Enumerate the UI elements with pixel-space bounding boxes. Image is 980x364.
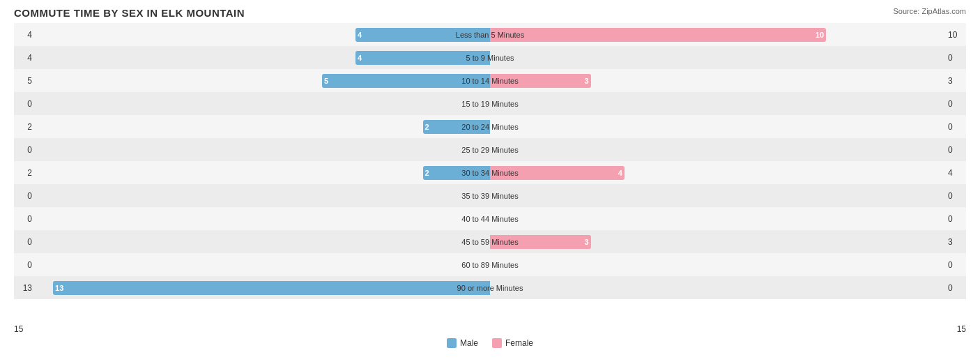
row-label: Less than 5 Minutes — [456, 31, 524, 39]
male-bar — [53, 281, 490, 295]
chart-area: 4Less than 5 Minutes4101045 to 9 Minutes… — [14, 23, 966, 323]
male-value: 2 — [14, 168, 35, 178]
male-badge: 2 — [423, 123, 429, 131]
male-value: 2 — [14, 122, 35, 132]
legend: Male Female — [14, 338, 966, 348]
legend-male-box — [447, 338, 457, 348]
bars-wrapper: 15 to 19 Minutes — [35, 92, 945, 115]
row-label: 5 to 9 Minutes — [466, 54, 514, 62]
chart-row: 060 to 89 Minutes0 — [14, 253, 966, 276]
chart-row: 230 to 34 Minutes244 — [14, 161, 966, 184]
bars-wrapper: 40 to 44 Minutes — [35, 207, 945, 230]
legend-male-label: Male — [460, 338, 478, 348]
male-value: 0 — [14, 145, 35, 155]
chart-row: 1390 or more Minutes130 — [14, 276, 966, 299]
female-badge: 10 — [816, 31, 826, 39]
chart-row: 510 to 14 Minutes533 — [14, 69, 966, 92]
chart-row: 220 to 24 Minutes20 — [14, 115, 966, 138]
legend-female-box — [492, 338, 502, 348]
chart-container: COMMUTE TIME BY SEX IN ELK MOUNTAIN Sour… — [0, 0, 980, 364]
bars-wrapper: 5 to 9 Minutes4 — [35, 46, 945, 69]
bars-wrapper: Less than 5 Minutes410 — [35, 23, 945, 46]
male-badge: 13 — [53, 284, 63, 292]
male-value: 13 — [14, 283, 35, 293]
axis-labels: 15 15 — [14, 324, 966, 334]
male-value: 0 — [14, 214, 35, 224]
bars-wrapper: 35 to 39 Minutes — [35, 184, 945, 207]
axis-max: 15 — [957, 324, 966, 334]
row-label: 40 to 44 Minutes — [461, 215, 518, 223]
chart-row: 035 to 39 Minutes0 — [14, 184, 966, 207]
source-label: Source: ZipAtlas.com — [893, 7, 966, 15]
female-value: 0 — [945, 99, 966, 109]
male-value: 4 — [14, 30, 35, 40]
chart-row: 015 to 19 Minutes0 — [14, 92, 966, 115]
female-badge: 3 — [585, 238, 591, 246]
bars-wrapper: 30 to 34 Minutes24 — [35, 161, 945, 184]
male-badge: 4 — [355, 54, 362, 62]
female-badge: 3 — [585, 77, 591, 85]
female-value: 0 — [945, 191, 966, 201]
female-value: 0 — [945, 53, 966, 63]
row-label: 60 to 89 Minutes — [461, 261, 518, 269]
male-value: 0 — [14, 191, 35, 201]
chart-row: 040 to 44 Minutes0 — [14, 207, 966, 230]
row-label: 25 to 29 Minutes — [461, 146, 518, 154]
row-label: 20 to 24 Minutes — [461, 123, 518, 131]
chart-row: 45 to 9 Minutes40 — [14, 46, 966, 69]
row-label: 10 to 14 Minutes — [461, 77, 518, 85]
bars-wrapper: 10 to 14 Minutes53 — [35, 69, 945, 92]
row-label: 15 to 19 Minutes — [461, 100, 518, 108]
male-value: 0 — [14, 99, 35, 109]
male-badge: 4 — [355, 31, 362, 39]
bars-wrapper: 90 or more Minutes13 — [35, 276, 945, 299]
female-value: 4 — [945, 168, 966, 178]
male-value: 0 — [14, 260, 35, 270]
bars-wrapper: 20 to 24 Minutes2 — [35, 115, 945, 138]
row-label: 35 to 39 Minutes — [461, 192, 518, 200]
male-badge: 2 — [423, 169, 429, 177]
legend-female: Female — [492, 338, 533, 348]
female-value: 0 — [945, 283, 966, 293]
bars-wrapper: 45 to 59 Minutes3 — [35, 230, 945, 253]
chart-row: 025 to 29 Minutes0 — [14, 138, 966, 161]
bars-wrapper: 60 to 89 Minutes — [35, 253, 945, 276]
legend-female-label: Female — [505, 338, 533, 348]
male-value: 4 — [14, 53, 35, 63]
female-value: 0 — [945, 145, 966, 155]
female-bar — [490, 28, 826, 42]
bars-wrapper: 25 to 29 Minutes — [35, 138, 945, 161]
female-value: 0 — [945, 260, 966, 270]
chart-row: 4Less than 5 Minutes41010 — [14, 23, 966, 46]
male-badge: 5 — [322, 77, 328, 85]
female-badge: 4 — [618, 169, 625, 177]
female-value: 0 — [945, 122, 966, 132]
female-value: 3 — [945, 76, 966, 86]
male-value: 0 — [14, 237, 35, 247]
male-value: 5 — [14, 76, 35, 86]
female-value: 3 — [945, 237, 966, 247]
chart-row: 045 to 59 Minutes33 — [14, 230, 966, 253]
female-value: 0 — [945, 214, 966, 224]
row-label: 30 to 34 Minutes — [461, 169, 518, 177]
axis-min: 15 — [14, 324, 23, 334]
female-value: 10 — [945, 30, 966, 40]
row-label: 45 to 59 Minutes — [461, 238, 518, 246]
row-label: 90 or more Minutes — [457, 284, 523, 292]
legend-male: Male — [447, 338, 478, 348]
chart-title: COMMUTE TIME BY SEX IN ELK MOUNTAIN — [14, 7, 966, 19]
